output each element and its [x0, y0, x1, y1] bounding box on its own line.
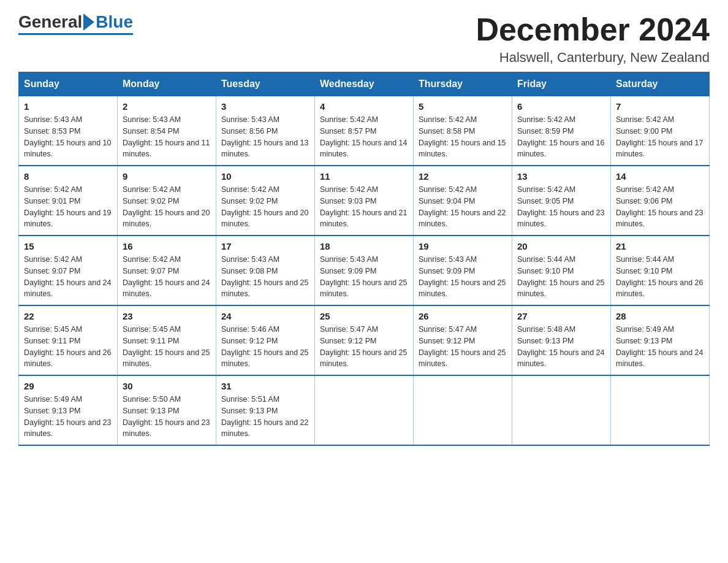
table-row: 24 Sunrise: 5:46 AMSunset: 9:12 PMDaylig…: [216, 305, 315, 375]
table-row: 28 Sunrise: 5:49 AMSunset: 9:13 PMDaylig…: [611, 305, 710, 375]
day-number: 12: [419, 171, 507, 182]
month-title: December 2024: [476, 12, 710, 47]
day-info: Sunrise: 5:43 AMSunset: 9:09 PMDaylight:…: [419, 255, 506, 298]
calendar-week-row: 8 Sunrise: 5:42 AMSunset: 9:01 PMDayligh…: [19, 166, 710, 236]
table-row: 21 Sunrise: 5:44 AMSunset: 9:10 PMDaylig…: [611, 236, 710, 305]
day-number: 20: [517, 241, 605, 251]
day-info: Sunrise: 5:42 AMSunset: 9:05 PMDaylight:…: [517, 185, 604, 228]
day-number: 17: [221, 241, 309, 251]
table-row: 5 Sunrise: 5:42 AMSunset: 8:58 PMDayligh…: [414, 96, 512, 166]
table-row: 22 Sunrise: 5:45 AMSunset: 9:11 PMDaylig…: [19, 305, 118, 375]
calendar-week-row: 1 Sunrise: 5:43 AMSunset: 8:53 PMDayligh…: [19, 96, 710, 166]
day-number: 30: [123, 381, 211, 391]
table-row: 25 Sunrise: 5:47 AMSunset: 9:12 PMDaylig…: [315, 305, 414, 375]
col-friday: Friday: [512, 72, 611, 96]
day-number: 31: [221, 381, 309, 391]
col-tuesday: Tuesday: [216, 72, 315, 96]
location-subtitle: Halswell, Canterbury, New Zealand: [476, 50, 710, 66]
table-row: 8 Sunrise: 5:42 AMSunset: 9:01 PMDayligh…: [19, 166, 118, 236]
day-number: 15: [24, 241, 112, 251]
col-thursday: Thursday: [414, 72, 512, 96]
table-row: 23 Sunrise: 5:45 AMSunset: 9:11 PMDaylig…: [118, 305, 216, 375]
logo-arrow-icon: [83, 13, 94, 31]
day-number: 8: [24, 171, 112, 182]
table-row: 27 Sunrise: 5:48 AMSunset: 9:13 PMDaylig…: [512, 305, 611, 375]
table-row: 29 Sunrise: 5:49 AMSunset: 9:13 PMDaylig…: [19, 375, 118, 445]
day-number: 29: [24, 381, 112, 391]
day-info: Sunrise: 5:42 AMSunset: 9:03 PMDaylight:…: [320, 185, 407, 228]
table-row: [512, 375, 611, 445]
day-info: Sunrise: 5:48 AMSunset: 9:13 PMDaylight:…: [517, 325, 604, 368]
logo-blue-text: Blue: [96, 12, 133, 32]
day-info: Sunrise: 5:49 AMSunset: 9:13 PMDaylight:…: [616, 325, 703, 368]
day-info: Sunrise: 5:47 AMSunset: 9:12 PMDaylight:…: [419, 325, 506, 368]
day-info: Sunrise: 5:46 AMSunset: 9:12 PMDaylight:…: [221, 325, 308, 368]
day-number: 26: [419, 311, 507, 321]
day-number: 11: [320, 171, 408, 182]
day-info: Sunrise: 5:42 AMSunset: 8:57 PMDaylight:…: [320, 115, 407, 158]
title-section: December 2024 Halswell, Canterbury, New …: [476, 12, 710, 66]
day-number: 4: [320, 101, 408, 112]
day-number: 13: [517, 171, 605, 182]
day-info: Sunrise: 5:42 AMSunset: 9:06 PMDaylight:…: [616, 185, 703, 228]
day-number: 18: [320, 241, 408, 251]
table-row: 9 Sunrise: 5:42 AMSunset: 9:02 PMDayligh…: [118, 166, 216, 236]
logo-general-text: General: [18, 12, 82, 32]
table-row: 17 Sunrise: 5:43 AMSunset: 9:08 PMDaylig…: [216, 236, 315, 305]
day-number: 24: [221, 311, 309, 321]
table-row: 11 Sunrise: 5:42 AMSunset: 9:03 PMDaylig…: [315, 166, 414, 236]
col-monday: Monday: [118, 72, 216, 96]
day-info: Sunrise: 5:42 AMSunset: 9:01 PMDaylight:…: [24, 185, 111, 228]
calendar-header-row: Sunday Monday Tuesday Wednesday Thursday…: [19, 72, 710, 96]
day-info: Sunrise: 5:42 AMSunset: 8:58 PMDaylight:…: [419, 115, 506, 158]
table-row: 2 Sunrise: 5:43 AMSunset: 8:54 PMDayligh…: [118, 96, 216, 166]
day-number: 10: [221, 171, 309, 182]
day-info: Sunrise: 5:43 AMSunset: 8:54 PMDaylight:…: [123, 115, 210, 158]
table-row: 30 Sunrise: 5:50 AMSunset: 9:13 PMDaylig…: [118, 375, 216, 445]
table-row: 6 Sunrise: 5:42 AMSunset: 8:59 PMDayligh…: [512, 96, 611, 166]
day-info: Sunrise: 5:43 AMSunset: 9:09 PMDaylight:…: [320, 255, 407, 298]
day-info: Sunrise: 5:43 AMSunset: 8:56 PMDaylight:…: [221, 115, 308, 158]
table-row: 31 Sunrise: 5:51 AMSunset: 9:13 PMDaylig…: [216, 375, 315, 445]
table-row: [414, 375, 512, 445]
day-number: 21: [616, 241, 704, 251]
day-number: 23: [123, 311, 211, 321]
day-number: 27: [517, 311, 605, 321]
day-number: 19: [419, 241, 507, 251]
page-header: General Blue December 2024 Halswell, Can…: [18, 12, 710, 66]
col-wednesday: Wednesday: [315, 72, 414, 96]
day-number: 9: [123, 171, 211, 182]
day-info: Sunrise: 5:44 AMSunset: 9:10 PMDaylight:…: [517, 255, 604, 298]
calendar-table: Sunday Monday Tuesday Wednesday Thursday…: [18, 72, 710, 446]
calendar-week-row: 15 Sunrise: 5:42 AMSunset: 9:07 PMDaylig…: [19, 236, 710, 305]
table-row: 16 Sunrise: 5:42 AMSunset: 9:07 PMDaylig…: [118, 236, 216, 305]
table-row: 13 Sunrise: 5:42 AMSunset: 9:05 PMDaylig…: [512, 166, 611, 236]
table-row: 26 Sunrise: 5:47 AMSunset: 9:12 PMDaylig…: [414, 305, 512, 375]
table-row: 18 Sunrise: 5:43 AMSunset: 9:09 PMDaylig…: [315, 236, 414, 305]
table-row: 10 Sunrise: 5:42 AMSunset: 9:02 PMDaylig…: [216, 166, 315, 236]
day-number: 5: [419, 101, 507, 112]
table-row: [611, 375, 710, 445]
day-info: Sunrise: 5:42 AMSunset: 9:07 PMDaylight:…: [123, 255, 210, 298]
table-row: 19 Sunrise: 5:43 AMSunset: 9:09 PMDaylig…: [414, 236, 512, 305]
calendar-week-row: 22 Sunrise: 5:45 AMSunset: 9:11 PMDaylig…: [19, 305, 710, 375]
logo-underline: [18, 33, 133, 35]
table-row: [315, 375, 414, 445]
day-number: 14: [616, 171, 704, 182]
day-number: 2: [123, 101, 211, 112]
day-info: Sunrise: 5:45 AMSunset: 9:11 PMDaylight:…: [24, 325, 111, 368]
day-number: 25: [320, 311, 408, 321]
table-row: 4 Sunrise: 5:42 AMSunset: 8:57 PMDayligh…: [315, 96, 414, 166]
logo[interactable]: General Blue: [18, 12, 133, 35]
day-number: 28: [616, 311, 704, 321]
day-number: 6: [517, 101, 605, 112]
table-row: 20 Sunrise: 5:44 AMSunset: 9:10 PMDaylig…: [512, 236, 611, 305]
day-info: Sunrise: 5:43 AMSunset: 9:08 PMDaylight:…: [221, 255, 308, 298]
day-info: Sunrise: 5:51 AMSunset: 9:13 PMDaylight:…: [221, 395, 308, 438]
calendar-week-row: 29 Sunrise: 5:49 AMSunset: 9:13 PMDaylig…: [19, 375, 710, 445]
day-info: Sunrise: 5:49 AMSunset: 9:13 PMDaylight:…: [24, 395, 111, 438]
day-info: Sunrise: 5:42 AMSunset: 9:02 PMDaylight:…: [123, 185, 210, 228]
day-info: Sunrise: 5:43 AMSunset: 8:53 PMDaylight:…: [24, 115, 111, 158]
day-info: Sunrise: 5:44 AMSunset: 9:10 PMDaylight:…: [616, 255, 703, 298]
col-sunday: Sunday: [19, 72, 118, 96]
